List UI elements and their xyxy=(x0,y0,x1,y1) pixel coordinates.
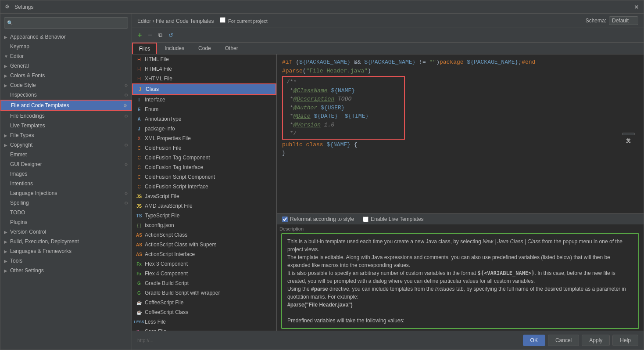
file-item-cf-script-comp[interactable]: C ColdFusion Script Component xyxy=(132,172,276,182)
tab-files[interactable]: Files xyxy=(132,43,157,54)
file-item-class[interactable]: J Class xyxy=(132,83,276,95)
sidebar-item-colors-fonts[interactable]: ▶ Colors & Fonts xyxy=(0,71,132,80)
file-item-label: CoffeeScript File xyxy=(145,299,183,306)
breadcrumb: Editor › File and Code Templates For cur… xyxy=(137,17,268,24)
language-badge: 英文 xyxy=(622,133,635,135)
sidebar-item-copyright[interactable]: ▶ Copyright ⚙ xyxy=(0,140,132,150)
file-item-as-super[interactable]: AS ActionScript Class with Supers xyxy=(132,240,276,249)
sidebar-item-editor[interactable]: ▼ Editor xyxy=(0,51,132,61)
file-item-cf-tag-comp[interactable]: C ColdFusion Tag Component xyxy=(132,153,276,162)
sidebar-item-spelling[interactable]: Spelling ⚙ xyxy=(0,198,132,208)
ok-button[interactable]: OK xyxy=(523,335,545,346)
java-icon: J xyxy=(136,125,143,132)
file-item-cf-script-iface[interactable]: C ColdFusion Script Interface xyxy=(132,182,276,191)
apply-button[interactable]: Apply xyxy=(582,335,610,346)
tab-code[interactable]: Code xyxy=(192,43,218,54)
breadcrumb-current: File and Code Templates xyxy=(156,18,214,24)
sidebar-item-intentions[interactable]: Intentions xyxy=(0,179,132,188)
file-item-flex3[interactable]: Fx Flex 3 Component xyxy=(132,259,276,269)
sidebar-item-code-style[interactable]: ▶ Code Style ⚙ xyxy=(0,80,132,90)
sidebar-item-live-templates[interactable]: Live Templates xyxy=(0,121,132,130)
file-item-js[interactable]: JS JavaScript File xyxy=(132,191,276,201)
cancel-button[interactable]: Cancel xyxy=(548,335,579,346)
search-input[interactable] xyxy=(15,20,125,26)
file-item-interface[interactable]: I Interface xyxy=(132,95,276,105)
file-item-gradle-wrapper[interactable]: G Gradle Build Script with wrapper xyxy=(132,288,276,298)
sidebar-item-label: Images xyxy=(10,171,27,177)
tab-other[interactable]: Other xyxy=(218,43,245,54)
expand-placeholder xyxy=(4,220,9,225)
reformat-checkbox[interactable] xyxy=(282,216,288,222)
js-icon: JS xyxy=(136,193,143,200)
title-bar: ⚙ Settings ✕ xyxy=(0,0,644,14)
file-item-less[interactable]: LESS Less File xyxy=(132,317,276,327)
file-item-cf-tag-iface[interactable]: C ColdFusion Tag Interface xyxy=(132,162,276,172)
file-item-coffee[interactable]: ☕ CoffeeScript File xyxy=(132,298,276,307)
file-item-label: Interface xyxy=(145,97,165,103)
gradle-icon: G xyxy=(136,289,143,296)
file-item-sass[interactable]: Ss Sass File xyxy=(132,327,276,331)
file-item-as[interactable]: AS ActionScript Class xyxy=(132,230,276,240)
file-item-tsconfig[interactable]: { } tsconfig.json xyxy=(132,220,276,230)
file-item-ts[interactable]: TS TypeScript File xyxy=(132,211,276,220)
file-item-amd-js[interactable]: JS AMD JavaScript File xyxy=(132,201,276,211)
sidebar-item-keymap[interactable]: Keymap xyxy=(0,42,132,51)
file-item-enum[interactable]: E Enum xyxy=(132,105,276,114)
code-line-10: public class ${NAME} { xyxy=(282,141,638,149)
for-current-project-checkbox[interactable] xyxy=(220,17,225,23)
file-item-gradle[interactable]: G Gradle Build Script xyxy=(132,278,276,288)
file-item-label: XHTML File xyxy=(145,76,172,82)
remove-button[interactable]: − xyxy=(146,30,154,40)
sidebar-item-label: File Encodings xyxy=(10,113,45,119)
help-button[interactable]: Help xyxy=(612,335,638,346)
code-line-3: /** xyxy=(286,78,401,87)
live-templates-checkbox-label[interactable]: Enable Live Templates xyxy=(363,216,424,222)
sidebar-item-images[interactable]: Images xyxy=(0,169,132,179)
sidebar-item-plugins[interactable]: Plugins xyxy=(0,217,132,227)
live-templates-checkbox[interactable] xyxy=(363,216,369,222)
file-item-html[interactable]: H HTML File xyxy=(132,54,276,64)
file-item-coffee-class[interactable]: ☕ CoffeeScript Class xyxy=(132,307,276,317)
sidebar-item-label: File and Code Templates xyxy=(11,102,69,108)
html-icon: H xyxy=(136,56,143,63)
close-button[interactable]: ✕ xyxy=(634,4,639,11)
copy-button[interactable]: ⧉ xyxy=(156,30,165,40)
file-item-html4[interactable]: H HTML4 File xyxy=(132,64,276,74)
sidebar-item-todo[interactable]: TODO xyxy=(0,208,132,217)
search-box[interactable]: 🔍 xyxy=(4,17,128,29)
breadcrumb-parent: Editor xyxy=(137,18,151,24)
file-item-xhtml[interactable]: H XHTML File xyxy=(132,74,276,83)
sidebar-item-tools[interactable]: ▶ Tools xyxy=(0,256,132,266)
sidebar-item-version-control[interactable]: ▶ Version Control xyxy=(0,227,132,237)
reformat-checkbox-label[interactable]: Reformat according to style xyxy=(282,216,354,222)
breadcrumb-bar: Editor › File and Code Templates For cur… xyxy=(132,14,644,28)
file-item-cf[interactable]: C ColdFusion File xyxy=(132,143,276,153)
sidebar-item-languages[interactable]: ▶ Languages & Frameworks xyxy=(0,246,132,256)
sidebar-item-appearance[interactable]: ▶ Appearance & Behavior xyxy=(0,32,132,42)
sidebar-item-other[interactable]: ▶ Other Settings xyxy=(0,266,132,275)
file-item-package[interactable]: J package-info xyxy=(132,124,276,134)
code-editor[interactable]: #if (${PACKAGE_NAME} && ${PACKAGE_NAME} … xyxy=(277,54,644,213)
sidebar-item-emmet[interactable]: Emmet xyxy=(0,150,132,159)
file-item-xml[interactable]: X XML Properties File xyxy=(132,134,276,143)
sidebar-item-general[interactable]: ▶ General xyxy=(0,61,132,71)
sidebar-item-language-injections[interactable]: Language Injections ⚙ xyxy=(0,188,132,198)
sidebar-item-file-types[interactable]: ▶ File Types xyxy=(0,130,132,140)
schema-select[interactable]: Default xyxy=(609,16,638,25)
code-line-5: *@Description TODO xyxy=(286,95,401,104)
sidebar-item-inspections[interactable]: Inspections ⚙ xyxy=(0,90,132,100)
sidebar-item-gui-designer[interactable]: GUI Designer ⚙ xyxy=(0,159,132,169)
tab-includes[interactable]: Includes xyxy=(158,43,191,54)
sidebar-item-build[interactable]: ▶ Build, Execution, Deployment xyxy=(0,237,132,246)
file-item-label: ColdFusion Script Interface xyxy=(145,184,208,190)
sidebar-item-file-templates[interactable]: File and Code Templates ⚙ xyxy=(0,100,132,111)
file-item-label: AnnotationType xyxy=(145,116,181,122)
sidebar-item-file-encodings[interactable]: File Encodings ⚙ xyxy=(0,111,132,121)
file-item-label: Flex 4 Component xyxy=(145,271,188,277)
file-item-as-iface[interactable]: AS ActionScript Interface xyxy=(132,249,276,259)
file-item-flex4[interactable]: Fx Flex 4 Component xyxy=(132,269,276,278)
file-item-annotation[interactable]: A AnnotationType xyxy=(132,114,276,124)
add-button[interactable]: + xyxy=(136,30,144,40)
reset-button[interactable]: ↺ xyxy=(166,31,175,40)
sidebar-item-label: Plugins xyxy=(10,219,27,225)
